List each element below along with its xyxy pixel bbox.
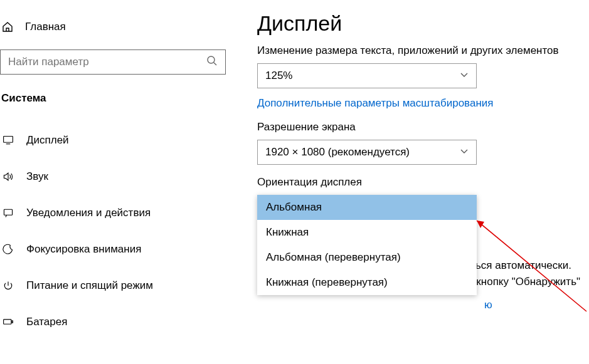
category-header: Система	[0, 92, 226, 105]
display-icon	[1, 133, 15, 147]
svg-rect-4	[4, 209, 12, 215]
sidebar-item-sound[interactable]: Звук	[0, 159, 226, 195]
power-icon	[1, 279, 15, 293]
home-nav[interactable]: Главная	[0, 16, 226, 38]
resolution-dropdown[interactable]: 1920 × 1080 (рекомендуется)	[257, 140, 477, 165]
sidebar-item-label: Фокусировка внимания	[26, 243, 141, 256]
sidebar-item-label: Батарея	[26, 316, 67, 328]
sidebar-item-label: Дисплей	[26, 134, 69, 147]
scale-dropdown[interactable]: 125%	[257, 63, 477, 88]
resolution-label: Разрешение экрана	[257, 121, 589, 133]
focus-icon	[1, 242, 15, 256]
scale-value: 125%	[265, 70, 292, 82]
sidebar-item-power[interactable]: Питание и спящий режим	[0, 268, 226, 304]
scale-label: Изменение размера текста, приложений и д…	[257, 44, 589, 57]
home-label: Главная	[25, 21, 66, 33]
search-icon	[206, 55, 218, 69]
sidebar-item-label: Уведомления и действия	[26, 207, 151, 219]
partial-link-fragment[interactable]: ю	[484, 299, 492, 311]
sidebar-item-focus[interactable]: Фокусировка внимания	[0, 231, 226, 268]
sidebar-item-label: Звук	[26, 170, 48, 183]
chevron-down-icon	[460, 146, 469, 159]
chevron-down-icon	[460, 70, 469, 82]
search-input[interactable]	[8, 56, 206, 68]
sidebar-item-notifications[interactable]: Уведомления и действия	[0, 195, 226, 231]
svg-rect-5	[4, 320, 11, 324]
orientation-label: Ориентация дисплея	[257, 176, 589, 189]
orientation-dropdown-list: Альбомная Книжная Альбомная (перевернута…	[257, 195, 477, 295]
notifications-icon	[1, 206, 15, 220]
svg-point-0	[208, 56, 215, 63]
orientation-option[interactable]: Книжная	[257, 220, 477, 245]
orientation-option[interactable]: Книжная (перевернутая)	[257, 270, 477, 295]
svg-rect-6	[12, 321, 13, 323]
orientation-option[interactable]: Альбомная (перевернутая)	[257, 245, 477, 270]
sidebar-item-battery[interactable]: Батарея	[0, 304, 226, 340]
sidebar-item-label: Питание и спящий режим	[26, 279, 153, 292]
search-input-container[interactable]	[0, 49, 226, 75]
orientation-option[interactable]: Альбомная	[257, 195, 477, 220]
sound-icon	[1, 170, 15, 184]
resolution-value: 1920 × 1080 (рекомендуется)	[265, 146, 410, 159]
page-title: Дисплей	[257, 11, 589, 36]
sidebar-item-display[interactable]: Дисплей	[0, 122, 226, 159]
svg-line-1	[214, 63, 216, 65]
battery-icon	[1, 315, 15, 329]
svg-rect-2	[4, 136, 13, 142]
home-icon	[1, 21, 14, 33]
advanced-scaling-link[interactable]: Дополнительные параметры масштабирования	[257, 97, 589, 110]
